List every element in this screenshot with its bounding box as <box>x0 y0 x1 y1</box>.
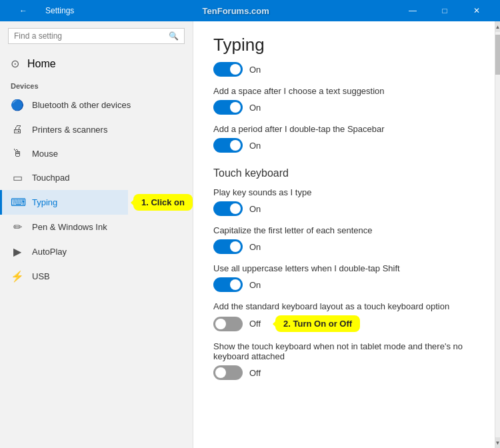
label-space-after: Add a space after I choose a text sugges… <box>213 86 475 96</box>
sidebar-label-bluetooth: Bluetooth & other devices <box>32 100 131 110</box>
sidebar-item-home[interactable]: ⊙ Home <box>0 51 193 77</box>
close-button[interactable]: ✕ <box>461 0 492 21</box>
sidebar-label-typing: Typing <box>32 197 57 207</box>
printer-icon: 🖨 <box>11 123 24 135</box>
sidebar-item-touchpad[interactable]: ▭ Touchpad <box>0 165 193 190</box>
toggle-label-period: On <box>249 141 261 151</box>
pen-icon: ✏ <box>11 221 24 233</box>
sidebar-label-mouse: Mouse <box>32 149 58 159</box>
autoplay-icon: ▶ <box>11 245 24 258</box>
toggle-label-capitalize: On <box>249 242 261 252</box>
setting-key-sounds: Play key sounds as I type On <box>213 187 475 216</box>
home-icon: ⊙ <box>11 57 19 70</box>
setting-standard-layout: Add the standard keyboard layout as a to… <box>213 301 475 332</box>
label-show-touch: Show the touch keyboard when not in tabl… <box>213 341 475 361</box>
toggle-show-touch[interactable] <box>213 365 243 380</box>
sidebar-item-pen[interactable]: ✏ Pen & Windows Ink <box>0 215 193 239</box>
toggle-row-autocorrect: On <box>213 62 475 77</box>
maximize-button[interactable]: □ <box>429 0 460 21</box>
toggle-row-key-sounds: On <box>213 201 475 216</box>
sidebar-item-bluetooth[interactable]: 🔵 Bluetooth & other devices <box>0 93 193 117</box>
sidebar: 🔍 ⊙ Home Devices 🔵 Bluetooth & other dev… <box>0 21 193 448</box>
toggle-uppercase[interactable] <box>213 277 243 292</box>
setting-autocorrect: On <box>213 62 475 77</box>
scroll-down-button[interactable]: ▼ <box>495 437 500 448</box>
toggle-space-after[interactable] <box>213 100 243 115</box>
toggle-label-autocorrect: On <box>249 65 261 75</box>
toggle-row-period: On <box>213 138 475 153</box>
callout1: 1. Click on <box>133 194 193 211</box>
search-input[interactable] <box>14 31 165 41</box>
sidebar-label-touchpad: Touchpad <box>32 173 69 183</box>
label-period: Add a period after I double-tap the Spac… <box>213 124 475 134</box>
toggle-label-space-after: On <box>249 103 261 113</box>
callout2: 2. Turn On or Off <box>275 315 360 332</box>
toggle-row-show-touch: Off <box>213 365 475 380</box>
label-key-sounds: Play key sounds as I type <box>213 187 475 197</box>
label-capitalize: Capitalize the first letter of each sent… <box>213 225 475 235</box>
toggle-label-show-touch: Off <box>249 368 261 378</box>
setting-capitalize: Capitalize the first letter of each sent… <box>213 225 475 254</box>
sidebar-item-mouse[interactable]: 🖱 Mouse <box>0 141 193 165</box>
setting-show-touch: Show the touch keyboard when not in tabl… <box>213 341 475 380</box>
content-area: Typing On Add a space after I choose a t… <box>193 21 495 448</box>
sidebar-label-printers: Printers & scanners <box>32 125 107 135</box>
label-uppercase: Use all uppercase letters when I double-… <box>213 263 475 273</box>
toggle-label-uppercase: On <box>249 280 261 290</box>
setting-period: Add a period after I double-tap the Spac… <box>213 124 475 153</box>
toggle-autocorrect[interactable] <box>213 62 243 77</box>
typing-row: ⌨ Typing 1. Click on <box>0 190 193 215</box>
toggle-row-space-after: On <box>213 100 475 115</box>
sidebar-section-devices: Devices <box>0 77 193 93</box>
home-label: Home <box>27 58 56 70</box>
titlebar-left: ← Settings <box>8 0 74 21</box>
toggle-capitalize[interactable] <box>213 239 243 254</box>
mouse-icon: 🖱 <box>11 147 24 159</box>
scroll-thumb[interactable] <box>495 35 500 75</box>
sidebar-label-usb: USB <box>32 271 50 281</box>
toggle-row-standard-layout: Off 2. Turn On or Off <box>213 315 475 332</box>
sidebar-label-pen: Pen & Windows Ink <box>32 222 107 232</box>
toggle-key-sounds[interactable] <box>213 201 243 216</box>
toggle-period[interactable] <box>213 138 243 153</box>
sidebar-item-autoplay[interactable]: ▶ AutoPlay <box>0 239 193 264</box>
toggle-label-standard-layout: Off <box>249 319 261 329</box>
sidebar-item-usb[interactable]: ⚡ USB <box>0 264 193 289</box>
scroll-up-button[interactable]: ▲ <box>495 21 500 32</box>
minimize-button[interactable]: — <box>397 0 428 21</box>
scrollbar[interactable]: ▲ ▼ <box>495 21 500 448</box>
sidebar-search-container: 🔍 <box>0 21 193 51</box>
titlebar-watermark: TenForums.com <box>203 6 269 16</box>
touchpad-icon: ▭ <box>11 171 24 184</box>
page-title: Typing <box>213 35 475 55</box>
titlebar: ← Settings TenForums.com — □ ✕ <box>0 0 500 21</box>
search-icon: 🔍 <box>169 31 179 41</box>
toggle-standard-layout[interactable] <box>213 317 243 331</box>
scrollbar-space <box>495 75 500 437</box>
sidebar-item-typing[interactable]: ⌨ Typing <box>0 190 128 215</box>
setting-space-after: Add a space after I choose a text sugges… <box>213 86 475 115</box>
main-layout: 🔍 ⊙ Home Devices 🔵 Bluetooth & other dev… <box>0 21 500 448</box>
back-button[interactable]: ← <box>8 0 39 21</box>
typing-icon: ⌨ <box>11 196 24 209</box>
bluetooth-icon: 🔵 <box>11 99 24 111</box>
label-standard-layout: Add the standard keyboard layout as a to… <box>213 301 475 311</box>
sidebar-label-autoplay: AutoPlay <box>32 247 67 257</box>
titlebar-title: Settings <box>45 6 74 15</box>
setting-uppercase: Use all uppercase letters when I double-… <box>213 263 475 292</box>
toggle-row-capitalize: On <box>213 239 475 254</box>
usb-icon: ⚡ <box>11 270 24 283</box>
toggle-label-key-sounds: On <box>249 204 261 214</box>
sidebar-item-printers[interactable]: 🖨 Printers & scanners <box>0 117 193 141</box>
titlebar-controls: — □ ✕ <box>397 0 492 21</box>
search-box[interactable]: 🔍 <box>8 28 185 44</box>
toggle-row-uppercase: On <box>213 277 475 292</box>
touch-keyboard-header: Touch keyboard <box>213 163 475 179</box>
